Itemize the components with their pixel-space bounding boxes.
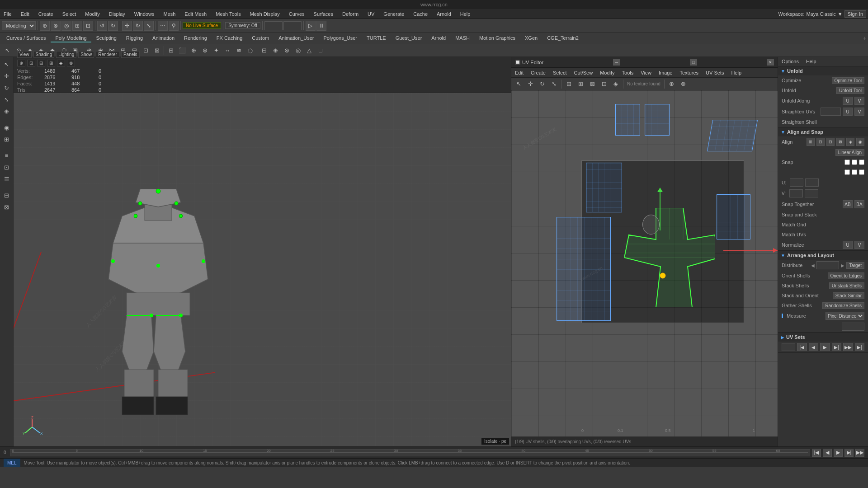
- menu-display[interactable]: Display: [107, 10, 127, 18]
- vp-menu-lighting[interactable]: Lighting: [56, 51, 76, 58]
- rp-align-top-btn[interactable]: ⊠: [836, 138, 844, 146]
- rp-target-btn[interactable]: Target: [846, 262, 864, 269]
- uv-menu-image[interactable]: Image: [657, 69, 675, 76]
- sidebar-select[interactable]: ↖: [1, 59, 12, 70]
- menu-edit-mesh[interactable]: Edit Mesh: [183, 10, 208, 18]
- rp-unstack-shells-btn[interactable]: Unstack Shells: [829, 282, 864, 289]
- rp-linear-align-btn[interactable]: Linear Align: [835, 149, 864, 156]
- input-val2[interactable]: 1.00: [283, 21, 302, 30]
- tb-btn-6[interactable]: ↺: [97, 21, 107, 31]
- vp-icon-3[interactable]: ⊟: [37, 60, 45, 66]
- rp-pixel-distance-select[interactable]: Pixel Distance: [826, 312, 864, 320]
- uv-menu-modify[interactable]: Modify: [598, 69, 616, 76]
- tb-btn-4[interactable]: ⊞: [72, 21, 82, 31]
- rp-align-bottom-btn[interactable]: ◉: [856, 138, 864, 146]
- tb-btn-move[interactable]: ✛: [122, 21, 132, 31]
- sidebar-outliner[interactable]: ≡: [1, 150, 12, 161]
- rp-distribute-val[interactable]: 0.0000: [816, 261, 839, 269]
- tab-animation-user[interactable]: Animation_User: [274, 34, 318, 42]
- uv-tb-scale[interactable]: ⤡: [548, 79, 559, 89]
- tab-sculpting[interactable]: Sculpting: [92, 34, 121, 42]
- tab-turtle[interactable]: TURTLE: [362, 34, 391, 42]
- uv-tb-grid[interactable]: ⊠: [587, 79, 598, 89]
- input-val1[interactable]: 0.00: [264, 21, 283, 30]
- vp-icon-1[interactable]: ⊕: [17, 60, 25, 66]
- rp-distribute-left-arrow[interactable]: ◀: [811, 263, 815, 268]
- uv-menu-uvsets[interactable]: UV Sets: [704, 69, 726, 76]
- timeline-track[interactable]: 0 5 10 15 20 25 30 35 40 45 50 55 60: [10, 449, 810, 456]
- uv-canvas[interactable]: 0 0.1 0.5 1 人人都是CG艺术家 www.rrcg.cn: [511, 90, 778, 436]
- uv-tb-move[interactable]: ✛: [525, 79, 536, 89]
- uv-minimize-btn[interactable]: ─: [613, 59, 620, 66]
- rp-align-left-btn[interactable]: ⊞: [807, 138, 815, 146]
- tab-poly-modeling[interactable]: Poly Modeling: [51, 34, 91, 42]
- tab-animation[interactable]: Animation: [148, 34, 179, 42]
- menu-surfaces[interactable]: Surfaces: [312, 10, 335, 18]
- tb-btn-2[interactable]: ⊗: [51, 21, 61, 31]
- rp-snap-together-ba-btn[interactable]: BA: [854, 200, 864, 208]
- icon-select-arrow[interactable]: ↖: [2, 45, 13, 56]
- rp-align-snap-header[interactable]: ▼ Align and Snap: [778, 127, 868, 136]
- tb-btn-7[interactable]: ↻: [108, 21, 118, 31]
- rp-optimize-tool-btn[interactable]: Optimize Tool: [832, 77, 864, 84]
- rp-snap-v2-input[interactable]: 1: [805, 189, 818, 197]
- uv-tb-checker[interactable]: ⊡: [599, 79, 609, 89]
- menu-mesh[interactable]: Mesh: [161, 10, 177, 18]
- rp-stack-similar-btn[interactable]: Stack Similar: [833, 292, 864, 299]
- menu-curves[interactable]: Curves: [287, 10, 307, 18]
- viewport-3d[interactable]: 人人都是CG艺术家 人人都是CG艺术家 Isolate · pe X Y Z: [14, 93, 511, 446]
- menu-cache[interactable]: Cache: [411, 10, 429, 18]
- menu-mesh-tools[interactable]: Mesh Tools: [214, 10, 242, 18]
- tab-motion-graphics[interactable]: Motion Graphics: [475, 34, 520, 42]
- tab-cge-terrain[interactable]: CGE_Terrain2: [542, 34, 583, 42]
- vp-menu-view[interactable]: View: [17, 51, 32, 58]
- uv-menu-tools[interactable]: Tools: [620, 69, 636, 76]
- rp-snap-check3[interactable]: [859, 160, 864, 165]
- vp-menu-show[interactable]: Show: [78, 51, 94, 58]
- rp-uv-sets-header[interactable]: ▶ UV Sets: [778, 333, 868, 342]
- rp-uv-sets-back-btn[interactable]: ◀: [809, 343, 819, 351]
- tab-mash[interactable]: MASH: [451, 34, 474, 42]
- sidebar-viewport-tools[interactable]: ⊠: [1, 202, 12, 212]
- tab-curves-surfaces[interactable]: Curves / Surfaces: [2, 34, 50, 42]
- vp-menu-shading[interactable]: Shading: [33, 51, 55, 58]
- sidebar-attr[interactable]: ⊡: [1, 162, 12, 173]
- uv-tb-rotate[interactable]: ↻: [537, 79, 547, 89]
- rp-snap-v-input[interactable]: 0: [789, 189, 803, 197]
- uv-tb-toggle[interactable]: ⊗: [678, 79, 689, 89]
- rp-snap-u2-input[interactable]: 1: [805, 178, 819, 187]
- sidebar-scale[interactable]: ⤡: [1, 94, 12, 105]
- menu-mesh-display[interactable]: Mesh Display: [248, 10, 282, 18]
- menu-select[interactable]: Select: [61, 10, 78, 18]
- uv-shell-right-top[interactable]: [707, 120, 758, 151]
- rp-straighten-u-btn[interactable]: U: [843, 108, 853, 116]
- rp-normalize-u-btn[interactable]: U: [843, 241, 853, 249]
- sign-in-button[interactable]: Sign In: [844, 10, 866, 18]
- rp-uv-sets-end-btn[interactable]: ▶▶: [843, 343, 853, 351]
- rp-options-label[interactable]: Options: [782, 59, 799, 64]
- rp-snap-u-input[interactable]: 0: [790, 178, 803, 187]
- tab-rendering[interactable]: Rendering: [179, 34, 212, 42]
- rp-snap-u-check3[interactable]: [859, 169, 864, 175]
- rp-straighten-val[interactable]: 45.00: [821, 108, 841, 116]
- uv-menu-view[interactable]: View: [639, 69, 653, 76]
- rp-orient-to-edges-btn[interactable]: Orient to Edges: [828, 272, 864, 279]
- tab-fx-caching[interactable]: FX Caching: [212, 34, 247, 42]
- no-live-surface[interactable]: No Live Surface: [183, 22, 221, 29]
- uv-menu-cutsew[interactable]: Cut/Sew: [572, 69, 595, 76]
- menu-windows[interactable]: Windows: [132, 10, 156, 18]
- tb-magnet-btn[interactable]: ⚲: [169, 21, 179, 31]
- vp-icon-5[interactable]: ◈: [57, 60, 65, 66]
- rp-uv-sets-play-btn[interactable]: ▶: [820, 343, 830, 351]
- symmetry-off[interactable]: Symmetry: Off: [225, 22, 260, 29]
- uv-close-btn[interactable]: ✕: [767, 59, 774, 66]
- tab-arnold[interactable]: Arnold: [427, 34, 450, 42]
- uv-menu-create[interactable]: Create: [529, 69, 547, 76]
- tb-btn-5[interactable]: ⊡: [83, 21, 93, 31]
- uv-menu-edit[interactable]: Edit: [513, 69, 525, 76]
- vp-icon-6[interactable]: ⊗: [67, 60, 75, 66]
- rp-unfold-along-u-btn[interactable]: U: [843, 97, 853, 105]
- rp-align-right-btn[interactable]: ⊟: [826, 138, 835, 146]
- tb-render-btn[interactable]: ▷: [306, 21, 316, 31]
- tb-btn-rotate[interactable]: ↻: [133, 21, 143, 31]
